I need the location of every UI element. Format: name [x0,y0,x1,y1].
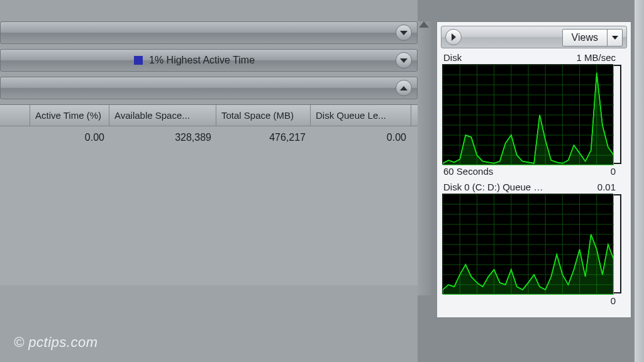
column-header-disk-queue[interactable]: Disk Queue Le... [311,105,411,126]
chart-title: Disk 0 (C: D:) Queue Len... [443,182,544,192]
collapse-button[interactable] [396,52,412,69]
chart-y-min-label: 0 [611,295,616,306]
chart-y-max-label: 0.01 [597,182,616,192]
cell-available-space: 328,389 [109,132,216,143]
column-header-stub[interactable] [0,105,30,126]
collapse-button[interactable] [396,25,412,41]
charts-pane: Views Disk 1 MB/sec 60 Seconds 0 Disk 0 … [436,21,631,318]
main-content-pane: 1% Highest Active Time Active Time (%) A… [0,0,418,362]
chevron-down-icon [400,31,408,35]
column-header-total-space[interactable]: Total Space (MB) [216,105,311,126]
views-dropdown-trigger[interactable] [607,30,622,46]
chart-disk-queue-length: Disk 0 (C: D:) Queue Len... 0.01 0 [441,182,627,306]
expand-button[interactable] [396,80,412,96]
expand-charts-button[interactable] [445,29,462,45]
cell-total-space: 476,217 [216,132,311,143]
cell-disk-queue: 0.00 [311,132,411,143]
chart-scale-bracket [614,65,621,164]
section-header-storage[interactable] [0,77,418,99]
watermark-text: © pctips.com [14,334,97,351]
column-header-available-space[interactable]: Available Space... [109,105,216,126]
chart-y-max-label: 1 MB/sec [576,52,616,63]
chart-x-label: 60 Seconds [443,166,493,177]
section-header-overview[interactable] [0,21,418,44]
legend-color-swatch [134,56,143,65]
legend-label: 1% Highest Active Time [149,55,255,66]
dropdown-triangle-icon [612,36,618,40]
chart-scale-bracket [614,194,621,293]
vertical-scrollbar[interactable] [418,21,431,295]
chart-title: Disk [443,52,462,63]
views-dropdown-button[interactable]: Views [562,29,623,47]
table-row[interactable]: 0.00 328,389 476,217 0.00 [0,126,418,149]
chevron-up-icon [400,86,408,90]
chevron-down-icon [400,58,408,63]
chevron-right-icon [452,33,456,41]
chart-canvas [442,194,613,294]
chart-y-min-label: 0 [611,166,616,177]
chart-disk-throughput: Disk 1 MB/sec 60 Seconds 0 [441,52,627,177]
storage-table: Active Time (%) Available Space... Total… [0,104,418,285]
table-header-row: Active Time (%) Available Space... Total… [0,105,418,126]
window-scrollbar[interactable] [634,0,644,362]
column-header-active-time[interactable]: Active Time (%) [30,105,109,126]
chart-canvas [442,64,613,165]
cell-active-time: 0.00 [30,132,109,143]
section-header-disk-activity[interactable]: 1% Highest Active Time [0,49,418,72]
views-label: Views [563,30,607,46]
charts-toolbar: Views [441,26,627,48]
